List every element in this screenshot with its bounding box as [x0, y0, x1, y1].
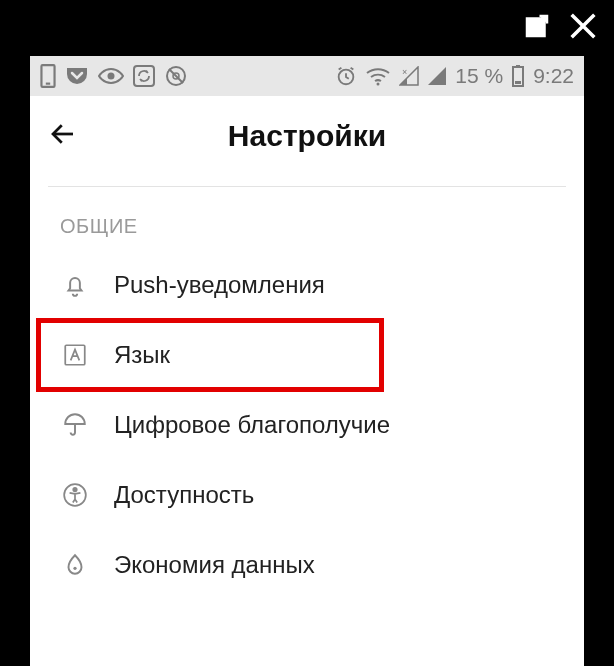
- wifi-icon: [365, 66, 391, 86]
- phone-screen: × 15 % 9:22 Настройки ОБЩИЕ: [30, 56, 584, 666]
- bell-icon: [60, 270, 90, 300]
- signal-2-icon: [427, 66, 447, 86]
- svg-rect-12: [515, 81, 521, 84]
- language-icon: [60, 340, 90, 370]
- open-external-icon[interactable]: [522, 11, 552, 45]
- svg-point-16: [73, 567, 76, 570]
- settings-item-data-saver[interactable]: Экономия данных: [30, 530, 584, 600]
- device-frame: × 15 % 9:22 Настройки ОБЩИЕ: [0, 0, 614, 666]
- section-label-general: ОБЩИЕ: [30, 187, 584, 250]
- android-status-bar: × 15 % 9:22: [30, 56, 584, 96]
- signal-1-icon: ×: [399, 66, 419, 86]
- settings-item-language[interactable]: Язык: [30, 320, 584, 390]
- settings-item-accessibility[interactable]: Доступность: [30, 460, 584, 530]
- svg-rect-11: [516, 65, 520, 67]
- settings-item-label: Экономия данных: [114, 551, 315, 579]
- umbrella-icon: [60, 410, 90, 440]
- clock-text: 9:22: [533, 64, 574, 88]
- settings-item-label: Push-уведомления: [114, 271, 325, 299]
- eye-icon: [98, 67, 124, 85]
- svg-rect-2: [46, 83, 50, 85]
- phone-portrait-icon: [40, 64, 56, 88]
- settings-item-label: Доступность: [114, 481, 254, 509]
- pocket-icon: [64, 65, 90, 87]
- svg-point-8: [377, 83, 380, 86]
- bottom-fade: [30, 636, 584, 666]
- battery-percent: 15 %: [455, 64, 503, 88]
- sync-icon: [132, 64, 156, 88]
- svg-point-15: [73, 488, 76, 491]
- settings-item-digital-wellbeing[interactable]: Цифровое благополучие: [30, 390, 584, 460]
- no-location-icon: [164, 64, 188, 88]
- svg-point-3: [108, 73, 115, 80]
- overlay-toolbar: [0, 0, 614, 56]
- settings-item-label: Язык: [114, 341, 170, 369]
- alarm-icon: [335, 65, 357, 87]
- settings-item-label: Цифровое благополучие: [114, 411, 390, 439]
- close-icon[interactable]: [566, 9, 600, 47]
- page-title: Настройки: [30, 119, 584, 153]
- battery-icon: [511, 64, 525, 88]
- settings-item-push[interactable]: Push-уведомления: [30, 250, 584, 320]
- svg-text:×: ×: [402, 67, 407, 77]
- accessibility-icon: [60, 480, 90, 510]
- data-saver-icon: [60, 550, 90, 580]
- svg-rect-4: [134, 66, 154, 86]
- app-header: Настройки: [30, 96, 584, 176]
